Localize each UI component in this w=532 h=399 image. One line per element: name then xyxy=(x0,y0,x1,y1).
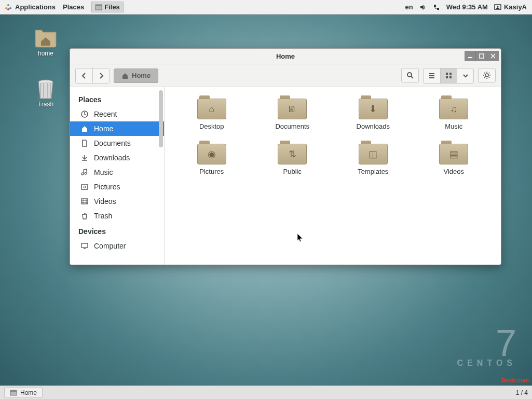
files-app-button[interactable]: Files xyxy=(91,2,124,12)
taskbar-home-button[interactable]: Home xyxy=(4,388,43,398)
svg-rect-23 xyxy=(81,243,88,247)
folder-desktop[interactable]: ⌂Desktop xyxy=(174,95,250,130)
music-icon xyxy=(80,168,89,176)
sidebar-scrollbar[interactable] xyxy=(159,90,163,147)
folder-icon: ⬇ xyxy=(359,95,388,119)
sidebar: Places RecentHomeDocumentsDownloadsMusic… xyxy=(70,87,165,265)
sidebar-item-home[interactable]: Home xyxy=(70,121,164,136)
minimize-button[interactable] xyxy=(465,51,476,61)
folder-icon: ♫ xyxy=(439,95,468,119)
sidebar-header-devices: Devices xyxy=(70,223,164,239)
sidebar-item-label: Home xyxy=(94,125,113,133)
sidebar-item-downloads[interactable]: Downloads xyxy=(70,150,164,165)
svg-rect-17 xyxy=(449,76,452,78)
chevron-down-icon xyxy=(462,73,469,79)
toolbar: Home xyxy=(70,64,501,87)
window-title: Home xyxy=(276,52,295,60)
folder-templates[interactable]: ◫Templates xyxy=(335,141,411,175)
list-view-button[interactable] xyxy=(424,68,440,83)
gear-icon xyxy=(483,71,491,79)
svg-point-3 xyxy=(7,8,9,10)
keyboard-indicator[interactable]: en xyxy=(405,3,413,11)
network-icon[interactable] xyxy=(433,4,440,11)
folder-downloads[interactable]: ⬇Downloads xyxy=(335,95,411,130)
folder-icon: ▤ xyxy=(439,141,468,164)
chevron-right-icon xyxy=(99,73,104,79)
file-manager-icon xyxy=(95,4,102,11)
forward-button[interactable] xyxy=(92,68,109,83)
folder-public[interactable]: ⇅Public xyxy=(255,141,331,175)
chevron-left-icon xyxy=(81,73,87,79)
svg-rect-20 xyxy=(81,185,88,189)
user-icon xyxy=(494,4,501,11)
folder-icon: ⌂ xyxy=(197,95,226,119)
window-titlebar[interactable]: Home xyxy=(70,49,501,64)
sidebar-item-computer[interactable]: Computer xyxy=(70,239,164,253)
folder-label: Videos xyxy=(443,168,464,175)
home-icon xyxy=(80,125,89,133)
folder-documents[interactable]: 🗎Documents xyxy=(255,95,331,130)
svg-rect-5 xyxy=(96,5,102,6)
down-icon xyxy=(80,154,89,162)
home-icon xyxy=(121,72,129,79)
clock-icon xyxy=(80,110,89,118)
folder-icon: 🗎 xyxy=(278,95,307,119)
sidebar-item-label: Pictures xyxy=(94,183,120,191)
search-button[interactable] xyxy=(401,68,419,82)
folder-videos[interactable]: ▤Videos xyxy=(416,141,492,175)
folder-icon: ◉ xyxy=(197,141,226,164)
folder-label: Documents xyxy=(275,122,309,130)
watermark: Bnxb.com xyxy=(501,377,529,383)
volume-icon[interactable] xyxy=(419,4,427,11)
folder-pictures[interactable]: ◉Pictures xyxy=(174,141,250,175)
settings-button[interactable] xyxy=(478,68,496,82)
view-options-button[interactable] xyxy=(457,68,473,83)
places-menu[interactable]: Places xyxy=(63,3,84,11)
trash-icon xyxy=(35,79,56,101)
distro-icon xyxy=(4,3,12,11)
sidebar-item-trash[interactable]: Trash xyxy=(70,209,164,223)
pic-icon xyxy=(80,183,89,191)
desktop-trash-icon[interactable]: Trash xyxy=(25,79,66,108)
sidebar-item-label: Trash xyxy=(94,212,112,220)
folder-label: Downloads xyxy=(357,122,390,130)
folder-music[interactable]: ♫Music xyxy=(416,95,492,130)
sidebar-item-documents[interactable]: Documents xyxy=(70,136,164,150)
folder-label: Pictures xyxy=(199,168,224,175)
video-icon xyxy=(80,197,89,205)
svg-point-18 xyxy=(485,74,488,77)
search-icon xyxy=(406,72,414,79)
folder-label: Templates xyxy=(358,168,388,175)
svg-rect-12 xyxy=(480,54,484,58)
computer-icon xyxy=(80,242,89,250)
path-home-button[interactable]: Home xyxy=(114,68,158,83)
sidebar-item-label: Music xyxy=(94,168,113,176)
sidebar-item-recent[interactable]: Recent xyxy=(70,107,164,121)
svg-rect-6 xyxy=(434,5,436,7)
svg-rect-16 xyxy=(446,76,448,78)
desktop-home-icon[interactable]: home xyxy=(25,27,66,57)
folder-view[interactable]: ⌂Desktop🗎Documents⬇Downloads♫Music◉Pictu… xyxy=(165,87,501,265)
centos-branding: 7 CENTOS xyxy=(457,328,516,368)
sidebar-item-music[interactable]: Music xyxy=(70,165,164,180)
applications-menu[interactable]: Applications xyxy=(4,3,56,11)
svg-rect-11 xyxy=(468,57,472,58)
back-button[interactable] xyxy=(76,68,92,83)
sidebar-item-pictures[interactable]: Pictures xyxy=(70,180,164,194)
file-manager-icon xyxy=(10,389,17,396)
user-menu[interactable]: KasiyA xyxy=(494,3,527,11)
list-icon xyxy=(428,72,435,79)
sidebar-item-label: Computer xyxy=(94,242,126,250)
maximize-button[interactable] xyxy=(476,51,487,61)
clock[interactable]: Wed 9:35 AM xyxy=(446,3,488,11)
svg-rect-22 xyxy=(81,199,88,204)
sidebar-item-label: Videos xyxy=(94,197,116,205)
sidebar-item-videos[interactable]: Videos xyxy=(70,194,164,209)
svg-rect-25 xyxy=(10,390,17,392)
close-button[interactable] xyxy=(487,51,499,61)
sidebar-header-places: Places xyxy=(70,91,164,107)
grid-view-button[interactable] xyxy=(440,68,457,83)
workspace-pager[interactable]: 1 / 4 xyxy=(516,389,528,396)
folder-label: Music xyxy=(445,122,462,130)
folder-icon: ◫ xyxy=(359,141,388,164)
